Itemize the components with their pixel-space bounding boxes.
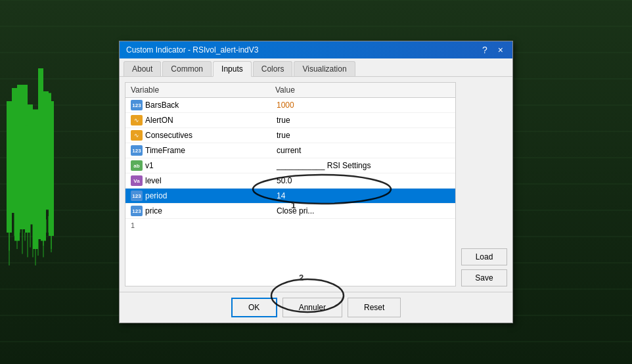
- row-value: 50.0: [277, 176, 450, 185]
- row-value: Close pri...: [277, 206, 450, 216]
- parameters-table: Variable Value 123 BarsBack 1000 ∿ Alert…: [125, 82, 456, 286]
- table-row[interactable]: 123 price Close pri...: [125, 204, 455, 219]
- table-row[interactable]: 123 TimeFrame current: [125, 143, 455, 158]
- type-icon-123: 123: [131, 145, 143, 156]
- row-value: true: [277, 131, 450, 140]
- row-value: 1000: [277, 101, 450, 110]
- annuler-button[interactable]: Annuler: [282, 298, 342, 317]
- table-header: Variable Value: [125, 83, 455, 98]
- load-button[interactable]: Load: [461, 248, 507, 265]
- row-name: period: [145, 191, 277, 200]
- row-value: true: [277, 116, 450, 125]
- row-name: level: [145, 176, 277, 185]
- row-name: Consecutives: [145, 131, 277, 140]
- table-row[interactable]: Va level 50.0: [125, 173, 455, 189]
- table-footer: 1: [125, 219, 455, 232]
- ok-button[interactable]: OK: [231, 298, 277, 317]
- tab-inputs[interactable]: Inputs: [213, 61, 252, 77]
- col-value-header: Value: [275, 85, 450, 95]
- table-row[interactable]: ∿ AlertON true: [125, 113, 455, 128]
- tab-colors[interactable]: Colors: [253, 61, 293, 76]
- row-name: price: [145, 206, 277, 216]
- type-icon-123: 123: [131, 100, 143, 110]
- tab-bar: About Common Inputs Colors Visualization: [120, 58, 512, 77]
- tab-visualization[interactable]: Visualization: [294, 61, 355, 76]
- reset-button[interactable]: Reset: [348, 298, 401, 317]
- help-button[interactable]: ?: [480, 45, 490, 55]
- type-icon-123: 123: [131, 206, 143, 216]
- tab-about[interactable]: About: [124, 61, 161, 76]
- dialog-window: Custom Indicator - RSIvol_alert-indV3 ? …: [119, 41, 513, 323]
- bottom-bar: OK Annuler Reset: [120, 292, 512, 323]
- row-name: v1: [145, 161, 277, 170]
- type-icon-wave: ∿: [131, 115, 143, 125]
- type-icon-wave: ∿: [131, 130, 143, 141]
- row-value: ___________ RSI Settings: [277, 161, 450, 170]
- col-variable-header: Variable: [131, 85, 275, 95]
- tab-common[interactable]: Common: [162, 61, 212, 76]
- window-title: Custom Indicator - RSIvol_alert-indV3: [126, 45, 258, 55]
- type-icon-val: Va: [131, 175, 143, 186]
- row-value: 14: [277, 191, 450, 200]
- save-button[interactable]: Save: [461, 269, 507, 286]
- row-name: BarsBack: [145, 101, 277, 110]
- table-row-selected[interactable]: 123 period 14: [125, 189, 455, 204]
- side-buttons: Load Save: [461, 82, 507, 286]
- content-area: Variable Value 123 BarsBack 1000 ∿ Alert…: [120, 77, 512, 292]
- table-row[interactable]: 123 BarsBack 1000: [125, 98, 455, 113]
- row-value: current: [277, 146, 450, 155]
- row-name: AlertON: [145, 116, 277, 125]
- type-icon-123: 123: [131, 191, 143, 201]
- close-button[interactable]: ×: [495, 45, 506, 55]
- table-row[interactable]: ab v1 ___________ RSI Settings: [125, 158, 455, 173]
- type-icon-abc: ab: [131, 160, 143, 171]
- table-row[interactable]: ∿ Consecutives true: [125, 128, 455, 143]
- row-name: TimeFrame: [145, 146, 277, 155]
- title-bar: Custom Indicator - RSIvol_alert-indV3 ? …: [120, 41, 512, 58]
